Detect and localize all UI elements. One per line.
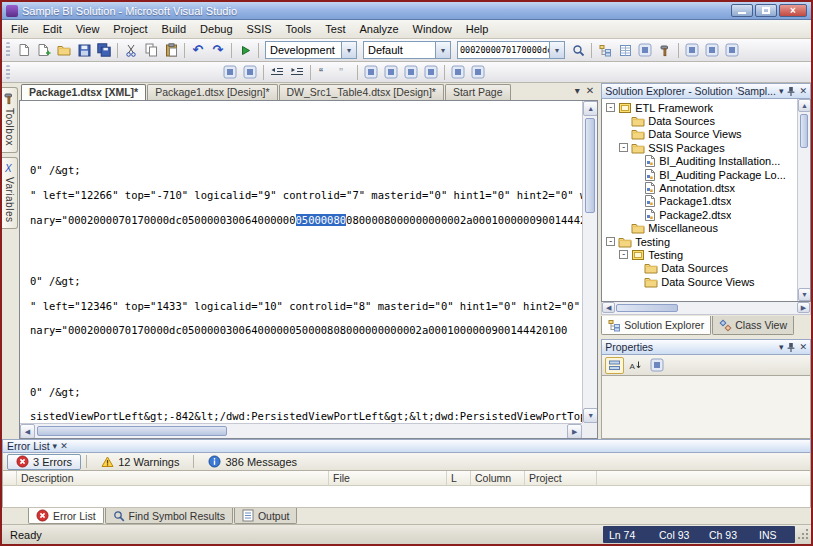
- configuration-combo[interactable]: Development ▾: [265, 41, 357, 59]
- tree-item-package2-dtsx[interactable]: Package2.dtsx: [602, 208, 797, 221]
- collapse-icon[interactable]: -: [606, 237, 615, 246]
- scrollbar-thumb[interactable]: [37, 426, 227, 436]
- menu-item-project[interactable]: Project: [106, 20, 154, 38]
- filter-12-warnings[interactable]: 12 Warnings: [92, 454, 188, 470]
- xml-editor[interactable]: 0" /&gt; " left="12266" top="-710" logic…: [19, 100, 598, 439]
- copy-icon[interactable]: [141, 41, 161, 60]
- menu-item-test[interactable]: Test: [318, 20, 352, 38]
- menu-item-edit[interactable]: Edit: [36, 20, 69, 38]
- minimize-button[interactable]: [731, 4, 753, 17]
- collapse-icon[interactable]: -: [619, 250, 628, 259]
- new-project-icon[interactable]: [14, 41, 34, 60]
- document-tab-package1-dtsx-xml[interactable]: Package1.dtsx [XML]*: [21, 84, 146, 100]
- menu-item-file[interactable]: File: [4, 20, 36, 38]
- column-header-description[interactable]: Description: [17, 471, 329, 486]
- word-wrap-icon[interactable]: [468, 63, 488, 82]
- resize-grip-icon[interactable]: [798, 529, 809, 542]
- command-window-icon[interactable]: [702, 41, 722, 60]
- save-icon[interactable]: [74, 41, 94, 60]
- document-tab-start-page[interactable]: Start Page: [445, 84, 511, 100]
- close-icon[interactable]: ✕: [799, 86, 807, 96]
- scroll-up-icon[interactable]: ▲: [798, 99, 811, 112]
- tree-vertical-scrollbar[interactable]: ▲ ▼: [797, 99, 810, 301]
- column-header-file[interactable]: File: [329, 471, 447, 486]
- close-document-icon[interactable]: ✕: [586, 85, 594, 96]
- scroll-right-icon[interactable]: ▶: [567, 424, 582, 439]
- properties-window-icon[interactable]: [615, 41, 635, 60]
- add-item-icon[interactable]: [34, 41, 54, 60]
- menu-item-tools[interactable]: Tools: [279, 20, 319, 38]
- alphabetical-icon[interactable]: A: [626, 357, 645, 374]
- chevron-down-icon[interactable]: ▾: [341, 42, 356, 58]
- tree-item-ssis-packages[interactable]: -SSIS Packages: [602, 141, 797, 154]
- tree-item-testing[interactable]: -Testing: [602, 248, 797, 261]
- tree-item-miscellaneous[interactable]: Miscellaneous: [602, 222, 797, 235]
- display-whitespace-icon[interactable]: [448, 63, 468, 82]
- platform-combo[interactable]: Default ▾: [363, 41, 451, 59]
- collapse-icon[interactable]: -: [619, 143, 628, 152]
- properties-grid[interactable]: [601, 376, 811, 439]
- column-header-l[interactable]: L: [447, 471, 471, 486]
- bottom-tab-find-symbol-results[interactable]: Find Symbol Results: [105, 508, 233, 524]
- chevron-down-icon[interactable]: ▾: [549, 42, 564, 58]
- menu-item-build[interactable]: Build: [155, 20, 193, 38]
- uncomment-icon[interactable]: ”: [334, 63, 354, 82]
- toggle-bookmark-icon[interactable]: [361, 63, 381, 82]
- menu-item-analyze[interactable]: Analyze: [352, 20, 405, 38]
- bottom-tab-output[interactable]: Output: [234, 508, 298, 524]
- document-tab-dw-src1-table4-dtsx-design[interactable]: DW_Src1_Table4.dtsx [Design]*: [279, 84, 444, 100]
- toolbar-grip[interactable]: [6, 42, 10, 57]
- close-icon[interactable]: ✕: [60, 441, 68, 451]
- tree-item-bi-auditing-installation[interactable]: BI_Auditing Installation...: [602, 155, 797, 168]
- solution-explorer-icon[interactable]: [595, 41, 615, 60]
- format-document-icon[interactable]: [220, 63, 240, 82]
- scrollbar-thumb[interactable]: [800, 114, 808, 148]
- find-in-files-icon[interactable]: [568, 41, 588, 60]
- autohide-tab-toolbox[interactable]: Toolbox: [2, 87, 18, 153]
- tree-horizontal-scrollbar[interactable]: ◀ ▶: [601, 302, 811, 315]
- previous-bookmark-icon[interactable]: [381, 63, 401, 82]
- toolbox-icon[interactable]: [655, 41, 675, 60]
- pin-icon[interactable]: [786, 342, 796, 353]
- menu-item-window[interactable]: Window: [406, 20, 459, 38]
- chevron-down-icon[interactable]: ▾: [435, 42, 450, 58]
- error-list-body[interactable]: [2, 486, 811, 507]
- menu-item-help[interactable]: Help: [459, 20, 496, 38]
- scrollbar-thumb[interactable]: [585, 118, 595, 213]
- menu-item-view[interactable]: View: [69, 20, 107, 38]
- column-header-project[interactable]: Project: [525, 471, 597, 486]
- error-list-icon[interactable]: [682, 41, 702, 60]
- collapse-icon[interactable]: -: [606, 103, 615, 112]
- filter-386-messages[interactable]: 386 Messages: [199, 454, 306, 470]
- immediate-window-icon[interactable]: [722, 41, 742, 60]
- redo-icon[interactable]: ↷: [208, 41, 228, 60]
- document-tab-package1-dtsx-design[interactable]: Package1.dtsx [Design]*: [147, 84, 277, 100]
- tree-item-package1-dtsx[interactable]: Package1.dtsx: [602, 195, 797, 208]
- undo-icon[interactable]: ↶: [188, 41, 208, 60]
- scroll-left-icon[interactable]: ◀: [20, 424, 35, 439]
- properties-titlebar[interactable]: Properties ▾ ✕: [601, 339, 811, 355]
- comment-icon[interactable]: “: [314, 63, 334, 82]
- window-menu-icon[interactable]: ▾: [779, 342, 784, 352]
- clear-bookmarks-icon[interactable]: [421, 63, 441, 82]
- toolbar-grip[interactable]: [6, 65, 10, 79]
- scrollbar-thumb[interactable]: [616, 304, 678, 312]
- cut-icon[interactable]: [121, 41, 141, 60]
- editor-horizontal-scrollbar[interactable]: ◀ ▶: [20, 423, 582, 438]
- paste-icon[interactable]: [161, 41, 181, 60]
- maximize-button[interactable]: [755, 4, 777, 17]
- error-list-titlebar[interactable]: Error List ▾ ✕: [2, 439, 811, 453]
- object-browser-icon[interactable]: [635, 41, 655, 60]
- tab-scroll-menu-icon[interactable]: ▾: [575, 85, 580, 96]
- editor-text[interactable]: 0" /&gt; " left="12266" top="-710" logic…: [20, 101, 582, 423]
- increase-indent-icon[interactable]: [287, 63, 307, 82]
- tree-item-data-source-views[interactable]: Data Source Views: [602, 275, 797, 288]
- panel-tab-class-view[interactable]: Class View: [712, 316, 794, 335]
- pin-icon[interactable]: [786, 86, 796, 97]
- open-file-icon[interactable]: [54, 41, 74, 60]
- start-debugging-icon[interactable]: [235, 41, 255, 60]
- menu-item-ssis[interactable]: SSIS: [240, 20, 279, 38]
- scroll-down-icon[interactable]: ▼: [798, 288, 811, 301]
- categorized-icon[interactable]: [605, 357, 624, 374]
- bottom-tab-error-list[interactable]: Error List: [28, 508, 104, 524]
